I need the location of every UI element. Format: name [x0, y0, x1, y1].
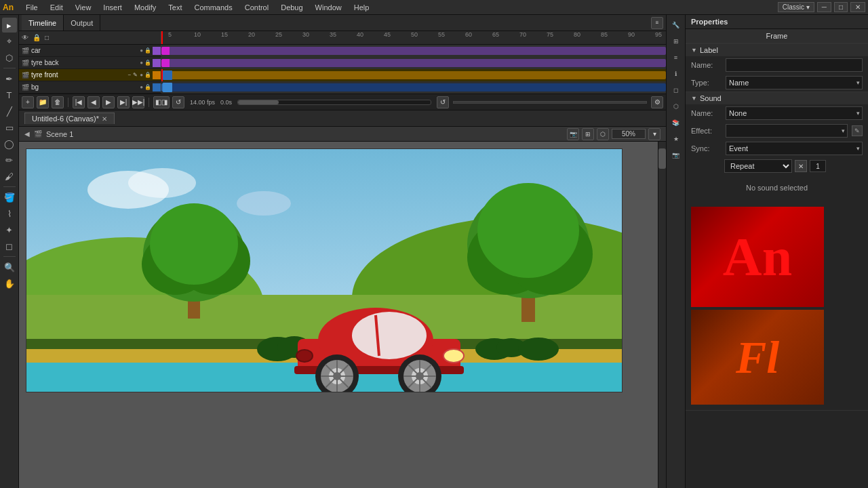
camera-btn[interactable]: 📷 — [567, 128, 579, 140]
timeline-frames-tyre-back[interactable] — [161, 57, 666, 69]
visibility-dot-car[interactable]: ● — [140, 47, 143, 54]
paint-bucket[interactable]: 🪣 — [2, 190, 17, 205]
zoom-tool[interactable]: 🔍 — [2, 260, 17, 274]
menu-control[interactable]: Control — [239, 0, 274, 14]
components-icon[interactable]: ⬡ — [669, 99, 684, 114]
loop-btn[interactable]: ↺ — [172, 96, 184, 108]
layer-name-tyre-front[interactable]: tyre front — [31, 71, 124, 79]
back-scene-btn[interactable]: ◀ — [24, 130, 30, 138]
layer-name-tyre-back[interactable]: tyre back — [31, 59, 138, 66]
transform-btn[interactable]: ⬡ — [597, 128, 609, 140]
onion-skin-btn[interactable]: ◧◨ — [153, 96, 170, 108]
timeline-frames-bg[interactable] — [161, 81, 666, 94]
grid-icon[interactable]: ⊞ — [669, 34, 684, 49]
go-to-first-btn[interactable]: |◀ — [73, 96, 85, 108]
tab-timeline[interactable]: Timeline — [22, 15, 64, 30]
oval-tool[interactable]: ◯ — [2, 136, 17, 151]
canvas-stage[interactable] — [19, 142, 666, 488]
label-section-header[interactable]: ▼ Label — [686, 44, 868, 56]
pen-tool[interactable]: ✒ — [2, 71, 17, 86]
maximize-btn[interactable]: □ — [834, 2, 848, 12]
text-tool[interactable]: T — [2, 87, 17, 102]
effects-icon[interactable]: ★ — [669, 131, 684, 146]
canvas-vscroll-thumb[interactable] — [658, 148, 666, 169]
timeline-frames-tyre-front[interactable] — [161, 69, 666, 81]
info-icon[interactable]: ℹ — [669, 66, 684, 81]
tools-icon[interactable]: 🔧 — [669, 18, 684, 33]
go-to-last-btn[interactable]: ▶▶| — [132, 96, 144, 108]
timeline-collapse-btn[interactable]: ≡ — [651, 17, 663, 29]
eyedropper[interactable]: ✦ — [2, 222, 17, 237]
menu-help[interactable]: Help — [349, 0, 375, 14]
new-layer-btn[interactable]: + — [22, 96, 34, 108]
menu-debug[interactable]: Debug — [275, 0, 308, 14]
timeline-frames-car[interactable] — [161, 45, 666, 57]
menu-edit[interactable]: Edit — [45, 0, 68, 14]
layer-name-bg[interactable]: bg — [31, 83, 138, 91]
pencil-tool[interactable]: ✏ — [2, 152, 17, 167]
timeline-scrollbar-thumb[interactable] — [238, 100, 279, 104]
line-tool[interactable]: ╱ — [2, 104, 17, 119]
timeline-settings-btn[interactable]: ⚙ — [651, 96, 663, 108]
timeline-scrollbar[interactable] — [237, 100, 431, 105]
canvas-area: Untitled-6 (Canvas)* ✕ ◀ 🎬 Scene 1 📷 ⊞ ⬡… — [19, 110, 666, 488]
layer-name-car[interactable]: car — [31, 47, 138, 54]
lock-dot-tyre-back[interactable]: 🔒 — [144, 60, 151, 66]
sound-repeat-x-btn[interactable]: ✕ — [795, 160, 807, 172]
label-type-select[interactable]: Name Comment Anchor — [726, 76, 863, 89]
menu-window[interactable]: Window — [310, 0, 347, 14]
workspace-btn[interactable]: Classic ▾ — [778, 2, 814, 12]
label-name-input[interactable] — [726, 58, 863, 72]
eraser-tool[interactable]: ◻ — [2, 239, 17, 253]
align-icon[interactable]: ≡ — [669, 50, 684, 65]
library-icon[interactable]: 📚 — [669, 115, 684, 130]
menu-commands[interactable]: Commands — [189, 0, 237, 14]
play-btn[interactable]: ▶ — [102, 96, 115, 108]
lock-dot-car[interactable]: 🔒 — [144, 47, 151, 54]
color-chip-car — [153, 47, 161, 55]
visibility-dot-tyre-back[interactable]: ● — [140, 60, 143, 66]
visibility-dot-tyre-front[interactable]: ● — [140, 72, 143, 78]
step-back-btn[interactable]: ◀ — [87, 96, 100, 108]
ink-bottle[interactable]: ⌇ — [2, 206, 17, 221]
layer-info-bg: 🎬 bg ● 🔒 — [19, 81, 161, 93]
menu-modify[interactable]: Modify — [129, 0, 161, 14]
menu-view[interactable]: View — [70, 0, 97, 14]
timeline-menu-btn[interactable]: ↺ — [437, 96, 449, 108]
transform-tool[interactable]: ⬡ — [2, 50, 17, 65]
sound-name-select[interactable]: None — [726, 106, 863, 120]
delete-layer-btn[interactable]: 🗑 — [52, 96, 64, 108]
zoom-slider[interactable] — [453, 101, 647, 104]
rect-tool[interactable]: ▭ — [2, 120, 17, 135]
camera-icon-side[interactable]: 📷 — [669, 148, 684, 163]
close-btn[interactable]: ✕ — [850, 2, 865, 12]
frame-num-30: 30 — [302, 31, 309, 38]
sound-repeat-count[interactable] — [810, 160, 826, 172]
select-tool[interactable]: ▸ — [2, 18, 17, 33]
hand-tool[interactable]: ✋ — [2, 276, 17, 291]
canvas-vscroll[interactable] — [658, 142, 666, 488]
menu-text[interactable]: Text — [163, 0, 187, 14]
menu-file[interactable]: File — [20, 0, 43, 14]
step-forward-btn[interactable]: ▶| — [117, 96, 130, 108]
new-folder-btn[interactable]: 📁 — [37, 96, 49, 108]
align-btn[interactable]: ⊞ — [582, 128, 594, 140]
minimize-btn[interactable]: ─ — [817, 2, 831, 12]
visibility-dot-bg[interactable]: ● — [140, 84, 143, 90]
tab-output[interactable]: Output — [64, 15, 100, 30]
canvas-tab[interactable]: Untitled-6 (Canvas)* ✕ — [24, 113, 115, 124]
brush-tool[interactable]: 🖌 — [2, 169, 17, 184]
zoom-dropdown-btn[interactable]: ▾ — [648, 128, 660, 140]
canvas-tab-close-btn[interactable]: ✕ — [102, 115, 107, 123]
sound-edit-btn[interactable]: ✎ — [852, 125, 863, 136]
sound-section-header[interactable]: ▼ Sound — [686, 92, 868, 104]
sound-repeat-select[interactable]: Repeat Loop — [724, 159, 792, 173]
menu-insert[interactable]: Insert — [98, 0, 127, 14]
label-type-row: Type: Name Comment Anchor — [686, 74, 868, 92]
props-icon[interactable]: ◻ — [669, 83, 684, 98]
subselect-tool[interactable]: ⌖ — [2, 34, 17, 49]
lock-dot-bg[interactable]: 🔒 — [144, 84, 151, 90]
sound-sync-select[interactable]: Event Start Stop Stream — [726, 142, 863, 155]
sound-effect-select[interactable] — [726, 124, 848, 138]
lock-dot-tyre-front[interactable]: 🔒 — [144, 72, 151, 78]
